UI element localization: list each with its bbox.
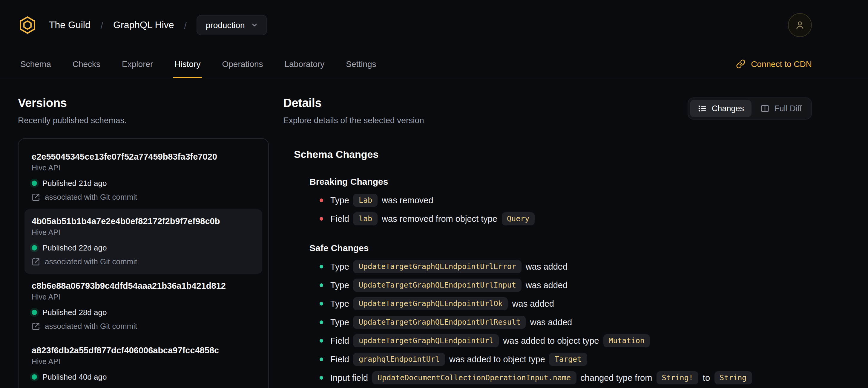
tab-laboratory[interactable]: Laboratory — [283, 50, 326, 78]
versions-subtitle: Recently published schemas. — [18, 115, 269, 125]
code-badge: Mutation — [603, 334, 650, 348]
code-badge: UpdateDocumentCollectionOperationInput.n… — [372, 371, 576, 385]
version-service: Hive API — [32, 164, 255, 172]
tab-operations[interactable]: Operations — [221, 50, 265, 78]
version-hash: c8b6e88a06793b9c4dfd54aaa21b36a1b421d812 — [32, 281, 255, 291]
change-groups: Breaking ChangesType Lab was removedFiel… — [294, 176, 812, 388]
version-published-status: Published 21d ago — [32, 179, 255, 188]
user-avatar[interactable] — [788, 13, 812, 37]
code-badge: UpdateTargetGraphQLEndpointUrlOk — [353, 297, 508, 310]
schema-changes-title: Schema Changes — [294, 149, 812, 161]
code-badge: Lab — [353, 194, 377, 207]
toggle-label: Full Diff — [775, 104, 802, 113]
view-toggle-full-diff[interactable]: Full Diff — [753, 100, 809, 117]
target-selector-value: production — [206, 20, 245, 30]
published-dot-icon — [32, 245, 37, 250]
top-header: The Guild / GraphQL Hive / production — [0, 0, 868, 50]
git-association-label: associated with Git commit — [45, 192, 137, 202]
published-dot-icon — [32, 374, 37, 380]
version-list-item[interactable]: c8b6e88a06793b9c4dfd54aaa21b36a1b421d812… — [25, 274, 262, 338]
external-link-icon — [32, 193, 40, 201]
target-selector[interactable]: production — [197, 15, 267, 35]
breadcrumb-separator: / — [101, 20, 103, 30]
version-git-association: associated with Git commit — [32, 192, 255, 202]
version-service: Hive API — [32, 228, 255, 237]
change-item: Input field UpdateDocumentCollectionOper… — [319, 369, 812, 386]
view-toggle-group: ChangesFull Diff — [688, 97, 812, 120]
change-text: was added to object type — [501, 336, 601, 346]
change-text: Field — [330, 336, 351, 346]
change-item: Type UpdateTargetGraphQLEndpointUrlResul… — [319, 314, 812, 331]
version-hash: 4b05ab51b1b4a7e2e4b0ef82172f2b9f7ef98c0b — [32, 216, 255, 226]
change-group-title: Safe Changes — [309, 243, 812, 253]
code-badge: Target — [549, 353, 587, 366]
main-content: Versions Recently published schemas. e2e… — [0, 78, 868, 388]
details-header: Details Explore details of the selected … — [283, 96, 812, 125]
change-item: Type Lab was removed — [319, 192, 812, 209]
code-badge: Query — [501, 212, 535, 226]
view-toggle-changes[interactable]: Changes — [690, 100, 752, 117]
version-list-item[interactable]: 4b05ab51b1b4a7e2e4b0ef82172f2b9f7ef98c0b… — [25, 209, 262, 274]
connect-to-cdn-link[interactable]: Connect to CDN — [736, 50, 812, 78]
schema-changes-section: Schema Changes Breaking ChangesType Lab … — [283, 149, 812, 388]
code-badge: lab — [353, 212, 377, 226]
code-badge: UpdateTargetGraphQLEndpointUrlError — [353, 260, 522, 273]
external-link-icon — [32, 322, 40, 330]
version-service: Hive API — [32, 358, 255, 366]
change-group-title: Breaking Changes — [309, 176, 812, 186]
breadcrumb-org[interactable]: The Guild — [49, 20, 91, 30]
version-published-status: Published 22d ago — [32, 243, 255, 252]
change-list: Type Lab was removedField lab was remove… — [309, 192, 812, 227]
details-panel: Details Explore details of the selected … — [283, 96, 812, 388]
details-subtitle: Explore details of the selected version — [283, 115, 424, 125]
main-nav: SchemaChecksExplorerHistoryOperationsLab… — [0, 50, 868, 78]
version-hash: a823f6db2a55df877dcf406006abca97fcc4858c — [32, 346, 255, 355]
nav-tabs: SchemaChecksExplorerHistoryOperationsLab… — [19, 50, 397, 78]
published-label: Published 22d ago — [42, 243, 106, 252]
change-item: Type UpdateTargetGraphQLEndpointUrlError… — [319, 258, 812, 275]
change-text: was added — [510, 299, 554, 308]
change-text: Type — [330, 262, 351, 271]
change-text: was added to object type — [447, 355, 548, 364]
versions-list: e2e55045345ce13fe07f52a77459b83fa3fe7020… — [18, 138, 269, 388]
user-icon — [795, 20, 805, 30]
version-hash: e2e55045345ce13fe07f52a77459b83fa3fe7020 — [32, 152, 255, 161]
published-label: Published 28d ago — [42, 308, 106, 317]
chevron-down-icon — [251, 22, 258, 29]
published-label: Published 40d ago — [42, 372, 106, 381]
change-text: was added — [523, 262, 567, 271]
change-text: Input field — [330, 373, 370, 383]
tab-history[interactable]: History — [173, 50, 202, 78]
link-icon — [736, 59, 746, 69]
details-heading-block: Details Explore details of the selected … — [283, 96, 424, 125]
version-list-item[interactable]: e2e55045345ce13fe07f52a77459b83fa3fe7020… — [25, 145, 262, 209]
app-root: The Guild / GraphQL Hive / production Sc… — [0, 0, 868, 388]
change-item: Field graphqlEndpointUrl was added to ob… — [319, 351, 812, 368]
breadcrumb-project[interactable]: GraphQL Hive — [113, 20, 174, 30]
version-published-status: Published 28d ago — [32, 308, 255, 317]
change-text: Field — [330, 355, 351, 364]
change-item: Type UpdateTargetGraphQLEndpointUrlOk wa… — [319, 295, 812, 312]
change-text: to — [701, 373, 712, 383]
tab-settings[interactable]: Settings — [345, 50, 377, 78]
change-group-safe: Safe ChangesType UpdateTargetGraphQLEndp… — [294, 243, 812, 388]
cdn-link-label: Connect to CDN — [751, 59, 812, 69]
versions-title: Versions — [18, 96, 269, 110]
breadcrumb-separator: / — [184, 20, 186, 30]
published-label: Published 21d ago — [42, 179, 106, 188]
code-badge: String — [714, 371, 752, 385]
change-text: Type — [330, 280, 351, 290]
change-text: was removed from object type — [379, 214, 500, 223]
code-badge: updateTargetGraphQLEndpointUrl — [353, 334, 499, 348]
tab-explorer[interactable]: Explorer — [121, 50, 154, 78]
change-text: was removed — [379, 196, 433, 205]
tab-schema[interactable]: Schema — [19, 50, 52, 78]
git-association-label: associated with Git commit — [45, 322, 137, 331]
version-list-item[interactable]: a823f6db2a55df877dcf406006abca97fcc4858c… — [25, 338, 262, 388]
version-published-status: Published 40d ago — [32, 372, 255, 381]
tab-checks[interactable]: Checks — [71, 50, 101, 78]
git-association-label: associated with Git commit — [45, 257, 137, 266]
version-git-association: associated with Git commit — [32, 322, 255, 331]
change-text: Type — [330, 299, 351, 308]
details-title: Details — [283, 96, 424, 110]
